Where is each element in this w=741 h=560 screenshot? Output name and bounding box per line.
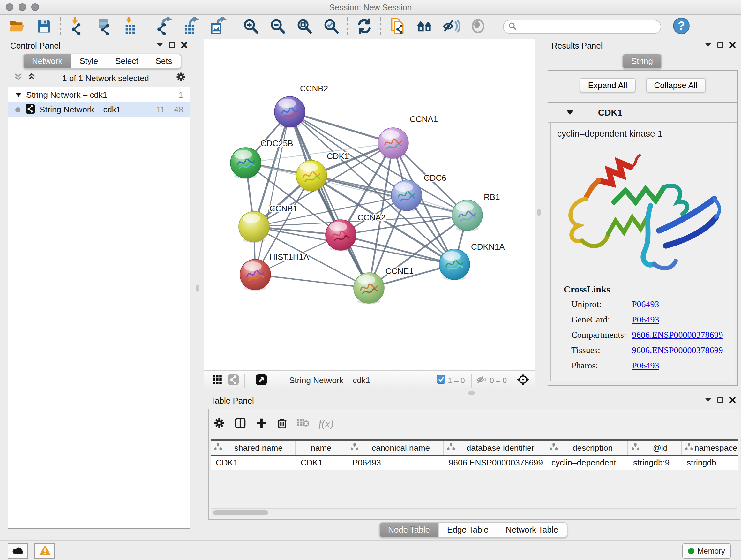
selected-checkbox-icon[interactable] xyxy=(436,375,445,386)
tab-select[interactable]: Select xyxy=(107,54,147,68)
crosslink-value[interactable]: P06493 xyxy=(632,300,659,310)
network-node-CDC25B[interactable]: CDC25B xyxy=(230,138,293,179)
table-menu-icon[interactable] xyxy=(704,396,712,406)
column-header-databaseidentifier[interactable]: database identifier xyxy=(444,441,546,455)
open-session-button[interactable] xyxy=(8,17,27,37)
search-input[interactable] xyxy=(520,20,661,33)
network-node-CCNE1[interactable]: CCNE1 xyxy=(354,266,414,304)
save-session-button[interactable] xyxy=(35,17,54,37)
network-node-CCNA1[interactable]: CCNA1 xyxy=(378,114,438,159)
tab-style[interactable]: Style xyxy=(71,54,107,68)
gene-name: CDK1 xyxy=(598,107,622,118)
left-splitter-handle[interactable] xyxy=(196,285,199,292)
show-panel-button[interactable] xyxy=(468,17,488,37)
grid-view-button[interactable] xyxy=(209,371,225,390)
close-panel-icon[interactable] xyxy=(181,41,188,51)
collapse-tree-icon[interactable] xyxy=(15,90,22,100)
import-network-button[interactable] xyxy=(68,17,87,37)
scrollbar-thumb[interactable] xyxy=(213,510,268,515)
memory-button[interactable]: Memory xyxy=(682,543,731,559)
expand-all-button[interactable]: Expand All xyxy=(580,78,636,92)
table-close-icon[interactable] xyxy=(729,396,736,406)
crosslink-value[interactable]: 9606.ENSP00000378699 xyxy=(632,346,723,356)
hidden-count-badge: 0 – 0 xyxy=(490,376,507,385)
network-selection-bar: 1 of 1 Network selected xyxy=(8,70,189,85)
show-columns-icon[interactable] xyxy=(234,417,246,431)
column-header-namespace[interactable]: namespace xyxy=(682,441,738,455)
column-label: @id xyxy=(639,443,681,452)
network-edge[interactable] xyxy=(290,112,393,143)
copy-document-button[interactable] xyxy=(388,17,407,37)
zoom-out-button[interactable] xyxy=(268,17,287,37)
network-node-RB1[interactable]: RB1 xyxy=(452,192,500,231)
column-header-description[interactable]: description xyxy=(546,441,628,455)
results-close-icon[interactable] xyxy=(729,41,736,51)
network-edge[interactable] xyxy=(255,274,369,288)
table-row[interactable]: CDK1CDK1P064939606.ENSP00000378699cyclin… xyxy=(211,456,738,470)
zoom-fit-button[interactable] xyxy=(295,17,314,37)
birdseye-view-button[interactable] xyxy=(253,371,269,390)
table-horizontal-scrollbar[interactable] xyxy=(211,508,737,516)
network-view-title: String Network – cdk1 xyxy=(289,375,370,385)
results-menu-icon[interactable] xyxy=(704,41,712,51)
crosslink-value[interactable]: 9606.ENSP00000378699 xyxy=(632,330,723,340)
import-database-icon xyxy=(95,17,113,37)
network-options-gear-icon[interactable] xyxy=(176,71,186,84)
right-splitter-handle[interactable] xyxy=(537,209,541,216)
cloud-status-button[interactable] xyxy=(8,543,28,559)
table-toolbar: f(x) xyxy=(213,414,333,434)
collapse-all-button[interactable]: Collapse All xyxy=(646,78,706,92)
column-header-sharedname[interactable]: shared name xyxy=(211,441,295,455)
crosslink-label: Uniprot: xyxy=(571,300,632,310)
network-edge[interactable] xyxy=(255,112,290,274)
export-table-button[interactable] xyxy=(181,17,200,37)
column-header-id[interactable]: @id xyxy=(628,441,682,455)
share-view-button[interactable] xyxy=(225,371,241,390)
delete-column-icon[interactable] xyxy=(276,417,288,431)
hide-panels-button[interactable] xyxy=(442,17,461,37)
bottom-splitter-handle[interactable] xyxy=(468,391,475,395)
column-header-name[interactable]: name xyxy=(295,441,347,455)
tab-network[interactable]: Network xyxy=(23,54,71,68)
hidden-eye-icon[interactable] xyxy=(476,374,487,386)
chevron-double-down-icon[interactable] xyxy=(14,73,22,83)
warnings-button[interactable] xyxy=(35,543,55,559)
table-float-icon[interactable] xyxy=(717,396,724,406)
network-node-HIST1H1A[interactable]: HIST1H1A xyxy=(240,252,309,291)
tab-string[interactable]: String xyxy=(623,54,661,68)
fit-selected-button[interactable] xyxy=(515,371,531,390)
network-view-toolbar: String Network – cdk1 1 – 0 0 – 0 xyxy=(204,370,535,390)
panel-menu-icon[interactable] xyxy=(156,41,163,51)
import-table-button[interactable] xyxy=(121,17,140,37)
network-node-CDKN1A[interactable]: CDKN1A xyxy=(439,242,505,280)
network-row-selected[interactable]: String Network – cdk1 11 48 xyxy=(8,102,190,117)
tab-sets[interactable]: Sets xyxy=(147,54,180,68)
crosslink-value[interactable]: P06493 xyxy=(632,361,659,371)
column-header-canonicalname[interactable]: canonical name xyxy=(347,441,444,455)
export-network-button[interactable] xyxy=(154,17,174,37)
refresh-button[interactable] xyxy=(355,17,374,37)
home-button[interactable] xyxy=(415,17,434,37)
network-collection-row[interactable]: String Network – cdk1 1 xyxy=(8,87,190,102)
gene-collapse-icon[interactable] xyxy=(566,108,574,117)
zoom-in-button[interactable] xyxy=(241,17,260,37)
network-canvas[interactable]: CCNB2CCNA1CDC25BCDK1CDC6RB1CCNB1CCNA2CDK… xyxy=(204,39,535,370)
add-column-icon[interactable] xyxy=(255,417,267,431)
zoom-selected-button[interactable] xyxy=(322,17,341,37)
help-button[interactable]: ? xyxy=(671,17,690,37)
float-panel-icon[interactable] xyxy=(169,41,176,51)
table-panel-title: Table Panel xyxy=(211,396,254,406)
table-options-gear-icon[interactable] xyxy=(213,417,225,431)
tab-edge-table[interactable]: Edge Table xyxy=(439,523,497,537)
tab-network-table[interactable]: Network Table xyxy=(497,523,566,537)
import-database-button[interactable] xyxy=(94,17,114,37)
chevron-double-up-icon[interactable] xyxy=(27,73,36,83)
tab-node-table[interactable]: Node Table xyxy=(380,523,439,537)
network-node-CCNB1[interactable]: CCNB1 xyxy=(239,204,297,243)
export-image-button[interactable] xyxy=(208,17,227,37)
search-field[interactable] xyxy=(503,20,661,34)
crosslink-value[interactable]: P06493 xyxy=(632,315,659,325)
crosslinks-title: CrossLinks xyxy=(563,284,610,295)
node-count: 11 xyxy=(156,105,165,114)
results-float-icon[interactable] xyxy=(717,41,724,51)
